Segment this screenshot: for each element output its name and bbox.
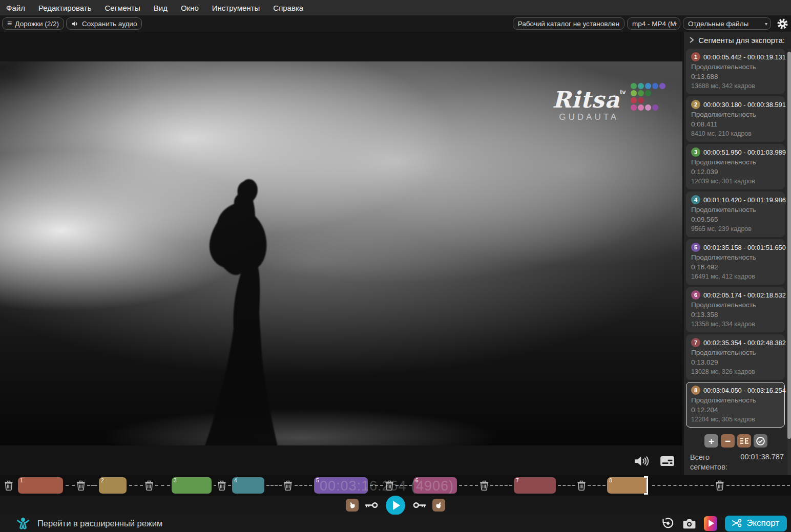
watermark: Ritsatv GUDAUTA (552, 81, 665, 122)
timeline-trash-button[interactable] (385, 480, 394, 491)
playhead[interactable] (647, 476, 648, 495)
segment-duration-label: Продолжительность (691, 395, 780, 405)
logo-dot (631, 97, 637, 103)
timeline-gap-dash (87, 485, 97, 486)
save-audio-label: Сохранить аудио (82, 20, 137, 28)
menu-bar: Файл Редактировать Сегменты Вид Окно Инс… (0, 0, 791, 15)
chevron-down-icon: ▾ (765, 21, 767, 27)
export-button[interactable]: Экспорт (725, 516, 787, 531)
menu-view[interactable]: Вид (147, 4, 174, 12)
timeline-trash-button[interactable] (4, 480, 13, 491)
timeline-segment[interactable]: 7 (514, 477, 556, 494)
menu-edit[interactable]: Редактировать (32, 4, 98, 12)
timeline-segment-number: 8 (609, 478, 612, 483)
timeline-gap-dash (155, 485, 170, 486)
segment-details: 12039 мс, 301 кадров (691, 177, 780, 186)
timeline-trash-button[interactable] (76, 480, 86, 491)
save-audio-button[interactable]: Сохранить аудио (66, 17, 142, 30)
working-dir-label: Рабочий каталог не установлен (518, 20, 619, 28)
output-mode-select[interactable]: Отдельные файлы ▾ (683, 17, 771, 30)
output-mode-value: Отдельные файлы (688, 20, 748, 28)
timeline[interactable]: 00:03:16.254 (4906) 12345678 (0, 475, 791, 496)
collapse-panel-chevron-icon[interactable] (689, 36, 694, 44)
export-label: Экспорт (746, 518, 779, 528)
segment-list: 100:00:05.442 - 00:00:19.131Продолжитель… (686, 49, 785, 430)
menu-file[interactable]: Файл (0, 4, 32, 12)
set-cut-start-button[interactable] (346, 499, 359, 512)
tracks-label: Дорожки (2/2) (15, 20, 59, 28)
timeline-gap-dash (66, 485, 75, 486)
segment-duration-label: Продолжительность (691, 300, 780, 310)
scrollbar-thumb[interactable] (787, 52, 791, 439)
tracks-button[interactable]: ≡ Дорожки (2/2) (2, 17, 64, 30)
timeline-segment[interactable]: 4 (232, 477, 264, 494)
timeline-segment-number: 1 (20, 478, 23, 483)
segments-scrollbar[interactable] (787, 49, 791, 475)
segment-card[interactable]: 700:02:35.354 - 00:02:48.382Продолжитель… (686, 334, 785, 380)
timeline-trash-button[interactable] (715, 480, 724, 491)
total-segments-label: Всего сегментов: (690, 453, 735, 472)
segment-duration: 0:08.411 (691, 119, 780, 129)
settings-button[interactable] (776, 17, 789, 30)
segment-index-badge: 2 (691, 100, 700, 109)
logo-dot (631, 83, 637, 89)
total-segments-value: 00:01:38.787 (740, 453, 784, 472)
timeline-trash-button[interactable] (144, 480, 154, 491)
timeline-segment[interactable]: 8 (607, 477, 647, 494)
subtitles-icon[interactable] (660, 455, 675, 467)
output-format-select[interactable]: mp4 - MP4 (M ▾ (627, 17, 680, 30)
segment-card[interactable]: 300:00:51.950 - 00:01:03.989Продолжитель… (686, 144, 785, 189)
play-button[interactable] (386, 496, 405, 515)
app-icon[interactable] (704, 516, 717, 531)
timeline-gap-dash (588, 485, 606, 486)
prev-keyframe-button[interactable] (364, 501, 378, 509)
timeline-trash-button[interactable] (577, 480, 586, 491)
timeline-gap-dash (214, 485, 216, 486)
set-cut-end-button[interactable] (432, 499, 445, 512)
rotate-button[interactable] (661, 517, 675, 530)
segment-card[interactable]: 600:02:05.174 - 00:02:18.532Продолжитель… (686, 287, 785, 332)
segment-range: 00:02:05.174 - 00:02:18.532 (703, 291, 786, 299)
menu-tools[interactable]: Инструменты (205, 4, 267, 12)
segment-duration: 0:13.688 (691, 72, 780, 81)
timeline-segment-number: 2 (101, 478, 104, 483)
volume-icon[interactable] (633, 454, 651, 468)
menu-window[interactable]: Окно (174, 4, 205, 12)
key-right-icon (413, 501, 427, 509)
segment-index-badge: 1 (691, 52, 700, 61)
segment-index-badge: 4 (691, 195, 700, 204)
segment-card[interactable]: 800:03:04.050 - 00:03:16.254Продолжитель… (686, 382, 785, 428)
next-keyframe-button[interactable] (413, 501, 427, 509)
working-dir-button[interactable]: Рабочий каталог не установлен (513, 17, 625, 30)
menu-help[interactable]: Справка (266, 4, 310, 12)
timeline-trash-button[interactable] (217, 480, 226, 491)
timeline-segment[interactable]: 3 (172, 477, 212, 494)
add-segment-button[interactable]: + (704, 434, 718, 448)
menu-segments[interactable]: Сегменты (98, 4, 147, 12)
segment-card[interactable]: 500:01:35.158 - 00:01:51.650Продолжитель… (686, 239, 785, 285)
segment-card[interactable]: 400:01:10.420 - 00:01:19.986Продолжитель… (686, 191, 785, 237)
segment-duration-label: Продолжительность (691, 157, 780, 167)
segment-details: 9565 мс, 239 кадров (691, 224, 780, 233)
split-segment-button[interactable] (737, 434, 751, 448)
segment-card[interactable]: 100:00:05.442 - 00:00:19.131Продолжитель… (686, 49, 785, 94)
timeline-segment[interactable]: 2 (99, 477, 127, 494)
simple-mode-toggle[interactable]: Перейти в расширенный режим (0, 516, 162, 530)
timeline-trash-button[interactable] (283, 480, 293, 491)
segment-duration: 0:09.565 (691, 215, 780, 224)
timeline-segment[interactable]: 1 (18, 477, 63, 494)
segment-details: 13688 мс, 342 кадров (691, 81, 780, 91)
logo-dot (645, 104, 651, 111)
segment-card[interactable]: 200:00:30.180 - 00:00:38.591Продолжитель… (686, 96, 785, 142)
segment-range: 00:00:51.950 - 00:01:03.989 (703, 148, 786, 156)
select-segments-button[interactable] (754, 434, 767, 448)
segment-actions: + − (704, 434, 767, 448)
segment-duration-label: Продолжительность (691, 62, 780, 72)
speaker-icon (71, 20, 79, 27)
timeline-segment-number: 3 (174, 478, 177, 483)
video-canvas[interactable]: Ritsatv GUDAUTA (0, 61, 682, 445)
timeline-gap-dash (228, 485, 231, 486)
screenshot-button[interactable] (682, 518, 696, 529)
timeline-trash-button[interactable] (480, 480, 489, 491)
remove-segment-button[interactable]: − (721, 434, 735, 448)
